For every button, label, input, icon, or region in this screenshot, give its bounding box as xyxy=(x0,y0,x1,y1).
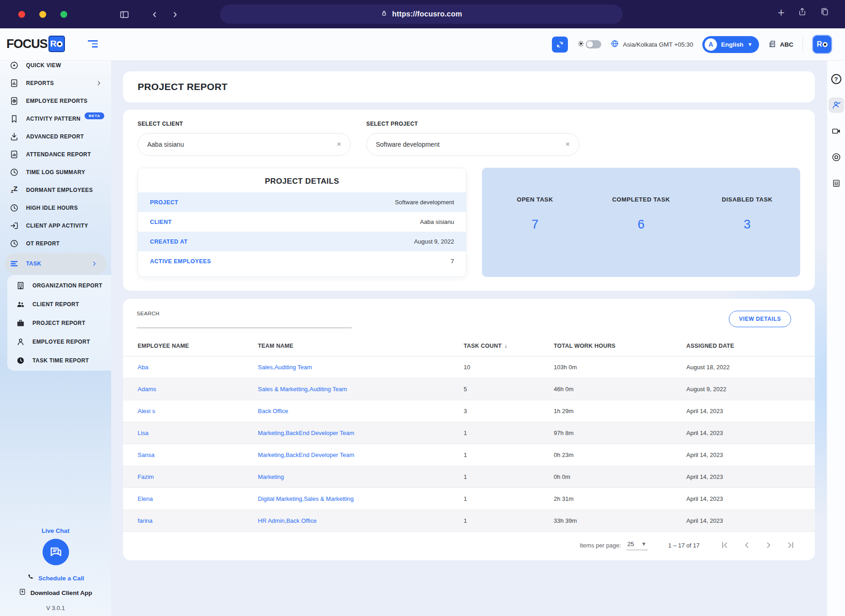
company-switcher[interactable]: ABC xyxy=(768,40,793,49)
sidebar-item-client-report[interactable]: CLIENT REPORT xyxy=(7,295,111,313)
team-name-link[interactable]: Marketing xyxy=(258,473,464,480)
open-task-stat: OPEN TASK 7 xyxy=(482,196,588,277)
team-name-link[interactable]: Marketing,BackEnd Developer Team xyxy=(258,451,464,458)
next-page-icon[interactable] xyxy=(764,540,774,550)
pie-doc-icon xyxy=(9,96,19,106)
team-name-link[interactable]: Digital Marketing,Sales & Marketting xyxy=(258,495,464,502)
forward-icon[interactable] xyxy=(169,8,182,21)
column-team-name[interactable]: TEAM NAME xyxy=(258,343,464,349)
timezone-text: Asia/Kolkata GMT +05:30 xyxy=(623,41,693,48)
user-avatar[interactable]: R xyxy=(812,35,832,54)
share-icon[interactable] xyxy=(797,7,807,18)
employee-name-link[interactable]: Adams xyxy=(138,386,258,393)
sidebar-item-quick-view[interactable]: QUICK VIEW xyxy=(0,60,111,74)
sidebar-item-project-report[interactable]: PROJECT REPORT xyxy=(7,313,111,332)
video-icon[interactable] xyxy=(829,123,844,139)
project-select[interactable]: Software development × xyxy=(366,133,579,156)
new-tab-icon[interactable]: + xyxy=(778,6,785,18)
close-window-button[interactable] xyxy=(18,11,25,18)
back-icon[interactable] xyxy=(148,8,161,21)
sidebar: QUICK VIEW REPORTS EMPLOYEE REPORTS ACTI… xyxy=(0,60,111,616)
column-employee-name[interactable]: EMPLOYEE NAME xyxy=(138,343,258,349)
sidebar-item-employee-report[interactable]: EMPLOYEE REPORT xyxy=(7,332,111,351)
sidebar-item-dormant-employees[interactable]: zZ DORMANT EMPLOYEES xyxy=(0,181,111,199)
search-input[interactable] xyxy=(137,316,352,328)
traffic-lights xyxy=(18,11,67,18)
app-header: FOCUS R Asia/Kolkata GMT +05:30 A Englis… xyxy=(0,28,845,60)
view-details-button[interactable]: VIEW DETAILS xyxy=(729,311,791,327)
record-icon[interactable] xyxy=(829,149,844,165)
sidebar-item-task[interactable]: TASK xyxy=(5,253,107,274)
client-select[interactable]: Aaba sisianu × xyxy=(138,133,351,156)
team-name-link[interactable]: Marketing,BackEnd Developer Team xyxy=(258,430,464,436)
sidebar-item-employee-reports[interactable]: EMPLOYEE REPORTS xyxy=(0,92,111,110)
help-icon[interactable]: ? xyxy=(829,71,844,87)
clear-icon[interactable]: × xyxy=(566,140,570,149)
schedule-call[interactable]: Schedule a Call xyxy=(27,574,84,583)
right-toolbar: ? xyxy=(827,60,845,616)
minimize-window-button[interactable] xyxy=(39,11,46,18)
detail-row-created-at: CREATED AT August 9, 2022 xyxy=(138,232,466,251)
column-task-count[interactable]: TASK COUNT↓ xyxy=(464,343,554,349)
employee-name-link[interactable]: Fazim xyxy=(138,473,258,480)
column-assigned-date[interactable]: ASSIGNED DATE xyxy=(686,343,815,349)
refresh-button[interactable] xyxy=(552,37,568,53)
person-icon[interactable] xyxy=(829,97,844,113)
timezone-display[interactable]: Asia/Kolkata GMT +05:30 xyxy=(610,39,693,49)
download-client-app[interactable]: Download Client App xyxy=(19,588,92,597)
sidebar-toggle-icon[interactable] xyxy=(118,8,131,21)
sidebar-item-reports[interactable]: REPORTS xyxy=(0,74,111,92)
search-label: SEARCH xyxy=(137,311,352,316)
sidebar-item-organization-report[interactable]: ORGANIZATION REPORT xyxy=(7,276,111,295)
toggle-track[interactable] xyxy=(586,40,601,48)
last-page-icon[interactable] xyxy=(786,540,796,550)
employee-name-link[interactable]: Aba xyxy=(138,364,258,371)
total-work-hours: 0h 23m xyxy=(554,451,686,458)
focusro-logo[interactable]: FOCUS R xyxy=(6,36,65,52)
employee-name-link[interactable]: farina xyxy=(138,517,258,524)
sidebar-item-advanced-report[interactable]: ADVANCED REPORT xyxy=(0,127,111,145)
notes-icon[interactable] xyxy=(829,175,844,191)
column-total-work-hours[interactable]: TOTAL WORK HOURS xyxy=(554,343,686,349)
sidebar-item-time-log-summary[interactable]: TIME LOG SUMMARY xyxy=(0,163,111,181)
team-name-link[interactable]: Sales,Auditing Team xyxy=(258,364,464,371)
page-title: PROJECT REPORT xyxy=(138,81,228,92)
sidebar-item-high-idle-hours[interactable]: HIGH IDLE HOURS xyxy=(0,199,111,217)
detail-row-client: CLIENT Aaba sisianu xyxy=(138,212,466,232)
sidebar-item-client-app-activity[interactable]: CLIENT APP ACTIVITY xyxy=(0,217,111,234)
sidebar-item-activity-pattern[interactable]: ACTIVITY PATTERN BETA xyxy=(0,110,111,127)
sidebar-collapse-icon[interactable] xyxy=(88,40,100,48)
chat-icon xyxy=(48,545,63,559)
clear-icon[interactable]: × xyxy=(337,140,341,149)
sidebar-item-attendance-report[interactable]: ATTENDANCE REPORT xyxy=(0,145,111,163)
items-per-page-select[interactable]: 25 ▼ xyxy=(626,541,648,550)
project-details-title: PROJECT DETAILS xyxy=(138,177,466,186)
disabled-task-stat: DISABLED TASK 3 xyxy=(694,196,800,277)
task-count: 3 xyxy=(464,408,554,414)
employee-name-link[interactable]: Alexi s xyxy=(138,408,258,414)
dark-mode-toggle[interactable] xyxy=(577,40,601,49)
team-name-link[interactable]: Back Office xyxy=(258,408,464,414)
previous-page-icon[interactable] xyxy=(742,540,752,550)
live-chat-label[interactable]: Live Chat xyxy=(42,527,70,534)
employee-name-link[interactable]: Sansa xyxy=(138,451,258,458)
employee-name-link[interactable]: Lisa xyxy=(138,430,258,436)
maximize-window-button[interactable] xyxy=(60,11,67,18)
language-selector[interactable]: A English ▼ xyxy=(702,36,759,53)
sort-desc-icon[interactable]: ↓ xyxy=(504,343,507,349)
sidebar-item-ot-report[interactable]: OT REPORT xyxy=(0,234,111,252)
table-row: Alexi s Back Office 3 1h 29m April 14, 2… xyxy=(123,400,815,422)
lock-icon xyxy=(380,10,388,19)
live-chat-button[interactable] xyxy=(43,539,69,565)
task-count: 1 xyxy=(464,430,554,436)
sun-icon xyxy=(577,40,585,49)
assigned-date: April 14, 2023 xyxy=(686,451,815,458)
sidebar-item-task-time-report[interactable]: TASK TIME REPORT xyxy=(7,351,111,370)
team-name-link[interactable]: HR Admin,Back Office xyxy=(258,517,464,524)
address-bar[interactable]: https://focusro.com xyxy=(220,5,623,24)
tabs-overview-icon[interactable] xyxy=(820,7,829,18)
first-page-icon[interactable] xyxy=(720,540,730,550)
team-name-link[interactable]: Sales & Marketting,Auditing Team xyxy=(258,386,464,393)
task-stats-card: OPEN TASK 7 COMPLETED TASK 6 DISABLED TA… xyxy=(482,168,800,277)
employee-name-link[interactable]: Elena xyxy=(138,495,258,502)
